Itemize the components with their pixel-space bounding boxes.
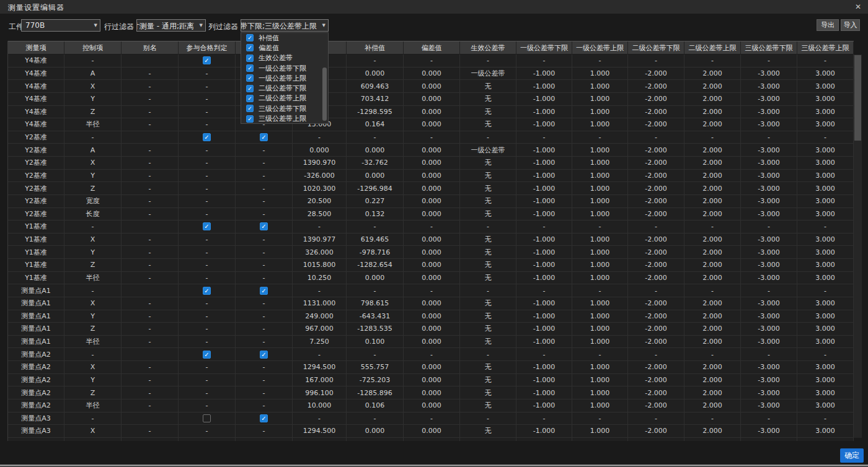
table-cell[interactable]: 长度 (64, 208, 122, 221)
table-cell[interactable]: -3.000 (741, 195, 797, 208)
table-cell[interactable]: - (404, 412, 460, 426)
table-cell[interactable]: -1.000 (516, 386, 572, 399)
table-cell[interactable]: - (122, 234, 179, 247)
table-cell[interactable]: 7.250 (293, 336, 347, 349)
table-cell[interactable]: - (122, 336, 179, 349)
table-cell[interactable]: - (404, 284, 460, 297)
table-cell[interactable]: -2.000 (628, 336, 684, 349)
table-cell[interactable]: ✓ (179, 348, 236, 361)
table-cell[interactable]: - (797, 348, 854, 361)
table-cell[interactable]: 无 (460, 157, 516, 170)
table-cell[interactable]: -2.000 (628, 195, 684, 208)
table-cell[interactable]: -2.000 (628, 386, 684, 399)
table-cell[interactable]: -2.000 (628, 93, 684, 106)
table-cell[interactable]: 1.000 (572, 361, 628, 374)
table-cell[interactable]: 0.106 (347, 399, 404, 412)
table-cell[interactable]: ✓ (179, 284, 236, 297)
table-cell[interactable]: - (236, 246, 293, 259)
table-cell[interactable]: - (684, 55, 741, 68)
table-cell[interactable]: 28.500 (293, 208, 347, 221)
table-cell[interactable]: - (179, 80, 236, 93)
table-cell[interactable]: 3.000 (797, 208, 854, 221)
table-cell[interactable]: 2.000 (684, 386, 741, 399)
table-cell[interactable]: 无 (460, 246, 516, 259)
table-cell[interactable]: X (64, 297, 122, 310)
table-cell[interactable]: -3.000 (741, 144, 797, 157)
table-cell[interactable]: 1.000 (572, 68, 628, 81)
table-cell[interactable]: - (236, 297, 293, 310)
table-cell[interactable]: - (236, 386, 293, 399)
table-cell[interactable]: 0.000 (404, 234, 460, 247)
column-filter-option[interactable]: ✓生效公差带 (241, 53, 328, 63)
table-cell[interactable]: 无 (460, 386, 516, 399)
checkbox-checked[interactable]: ✓ (246, 95, 254, 102)
table-cell[interactable]: 无 (460, 399, 516, 412)
table-cell[interactable]: 测量点A3 (8, 425, 64, 438)
table-cell[interactable]: 1.000 (572, 399, 628, 412)
table-cell[interactable]: Y1基准 (8, 272, 64, 285)
table-cell[interactable]: - (64, 220, 122, 234)
table-cell[interactable]: - (64, 284, 122, 297)
table-cell[interactable]: Y2基准 (8, 208, 64, 221)
table-cell[interactable]: 0.000 (404, 68, 460, 81)
table-cell[interactable]: 3.000 (797, 336, 854, 349)
table-cell[interactable] (122, 284, 179, 297)
table-cell[interactable]: ✓ (236, 131, 293, 144)
table-cell[interactable]: 无 (460, 106, 516, 119)
scrollbar-thumb[interactable] (854, 55, 861, 141)
table-cell[interactable]: -2.000 (628, 106, 684, 119)
table-cell[interactable]: 3.000 (797, 425, 854, 438)
table-cell[interactable]: 3.000 (797, 144, 854, 157)
table-cell[interactable]: 2.000 (684, 374, 741, 387)
table-cell[interactable]: 0.000 (293, 144, 347, 157)
table-cell[interactable]: - (236, 272, 293, 285)
table-cell[interactable]: 555.757 (347, 361, 404, 374)
table-cell[interactable]: 2.000 (684, 118, 741, 131)
table-cell[interactable]: -3.000 (741, 399, 797, 412)
table-cell[interactable]: Y (64, 170, 122, 183)
table-cell[interactable]: - (122, 361, 179, 374)
checkbox-checked[interactable]: ✓ (203, 56, 211, 64)
table-cell[interactable]: 1.000 (572, 272, 628, 285)
table-cell[interactable]: - (572, 412, 628, 426)
table-cell[interactable]: -3.000 (741, 425, 797, 438)
table-cell[interactable]: Y (64, 93, 122, 106)
table-cell[interactable] (122, 220, 179, 234)
table-cell[interactable] (122, 438, 179, 441)
table-cell[interactable]: - (572, 55, 628, 68)
table-cell[interactable]: 测量点A1 (8, 297, 64, 310)
table-cell[interactable]: - (179, 361, 236, 374)
table-cell[interactable]: 0.000 (404, 361, 460, 374)
table-cell[interactable]: -2.000 (628, 234, 684, 247)
table-cell[interactable]: 1.000 (572, 157, 628, 170)
table-cell[interactable]: - (404, 55, 460, 68)
checkbox-checked[interactable]: ✓ (260, 287, 268, 295)
table-cell[interactable]: -1.000 (516, 208, 572, 221)
table-cell[interactable]: 1.000 (572, 195, 628, 208)
table-cell[interactable]: 无 (460, 425, 516, 438)
table-cell[interactable]: 3.000 (797, 310, 854, 323)
table-cell[interactable]: 3.000 (797, 234, 854, 247)
table-cell[interactable]: Y2基准 (8, 182, 64, 195)
table-cell[interactable]: -2.000 (628, 157, 684, 170)
table-cell[interactable]: 0.000 (404, 259, 460, 272)
table-cell[interactable]: Y4基准 (8, 55, 64, 68)
table-cell[interactable]: 1.000 (572, 323, 628, 336)
table-cell[interactable] (122, 55, 179, 68)
table-cell[interactable]: 测量点A1 (8, 323, 64, 336)
table-cell[interactable]: X (64, 157, 122, 170)
export-button[interactable]: 导出 (817, 19, 839, 31)
table-cell[interactable]: 宽度 (64, 195, 122, 208)
table-cell[interactable]: 1.000 (572, 182, 628, 195)
table-cell[interactable]: - (460, 284, 516, 297)
table-cell[interactable]: - (122, 297, 179, 310)
table-cell[interactable]: - (179, 272, 236, 285)
table-cell[interactable]: -3.000 (741, 386, 797, 399)
table-cell[interactable]: Y4基准 (8, 80, 64, 93)
table-cell[interactable]: 0.000 (404, 386, 460, 399)
table-cell[interactable]: 3.000 (797, 386, 854, 399)
checkbox-checked[interactable]: ✓ (246, 74, 254, 82)
table-cell[interactable]: 0.000 (347, 68, 404, 81)
table-cell[interactable]: -3.000 (741, 170, 797, 183)
table-cell[interactable]: - (179, 336, 236, 349)
